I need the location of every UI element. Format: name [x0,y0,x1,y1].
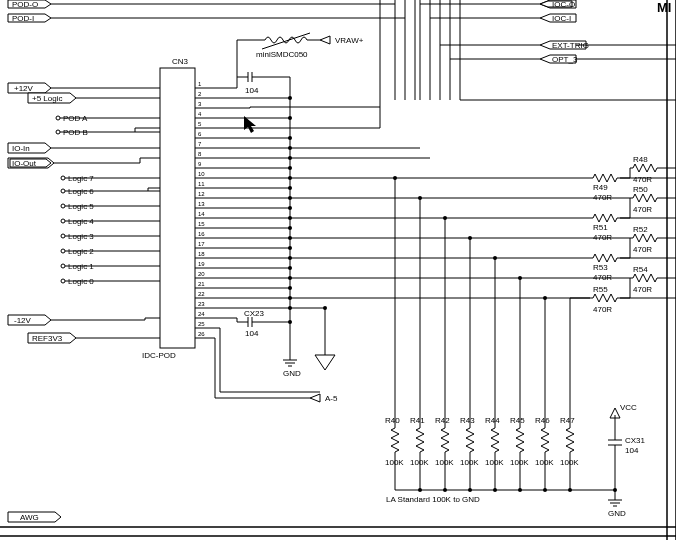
svg-point-209 [288,166,292,170]
svg-point-290 [493,256,497,260]
port-awg: AWG [8,512,61,522]
svg-text:R44: R44 [485,416,500,425]
svg-point-284 [418,196,422,200]
svg-point-145 [61,249,65,253]
svg-text:R41: R41 [410,416,425,425]
svg-text:VRAW+: VRAW+ [335,36,364,45]
svg-rect-57 [160,68,195,348]
svg-text:CX23: CX23 [244,309,265,318]
svg-text:9: 9 [198,161,202,167]
svg-point-133 [61,176,65,180]
res-r49: R49 470R [590,168,630,202]
svg-point-327 [543,488,547,492]
cap-cx23: CX23 104 [237,309,290,338]
svg-text:R48: R48 [633,155,648,164]
res-r54: R54 470R [630,265,676,294]
svg-marker-47 [320,36,330,44]
svg-point-294 [543,296,547,300]
svg-text:R55: R55 [593,285,608,294]
port-pod-o: POD-O [8,0,380,9]
svg-point-215 [288,226,292,230]
res-r55: R55 470R [590,278,630,314]
connector-cn3: CN3 IDC-POD [142,57,195,360]
svg-text:23: 23 [198,301,205,307]
title-fragment: MI [657,0,671,15]
svg-point-216 [288,236,292,240]
svg-text:R53: R53 [593,263,608,272]
svg-point-214 [288,216,292,220]
svg-text:R49: R49 [593,183,608,192]
res-r51: R51 470R [590,198,630,242]
port-io-out: IO-Out [8,158,160,168]
svg-text:470R: 470R [633,285,652,294]
svg-marker-245 [244,116,256,133]
svg-text:470R: 470R [633,175,652,184]
pulldown-drops [393,176,570,425]
svg-point-217 [288,246,292,250]
res-r50: R50 470R [630,185,676,214]
svg-text:25: 25 [198,321,205,327]
svg-point-118 [56,116,60,120]
svg-text:REF3V3: REF3V3 [32,334,63,343]
svg-text:26: 26 [198,331,205,337]
svg-point-222 [288,296,292,300]
svg-text:+5 Logic: +5 Logic [32,94,62,103]
svg-text:19: 19 [198,261,205,267]
svg-text:20: 20 [198,271,205,277]
port-opt-3: OPT_3 [450,55,578,64]
svg-point-213 [288,206,292,210]
svg-text:16: 16 [198,231,205,237]
svg-text:R54: R54 [633,265,648,274]
svg-text:R45: R45 [510,416,525,425]
port-ref3v3: REF3V3 [28,333,160,343]
svg-point-286 [443,216,447,220]
svg-text:R47: R47 [560,416,575,425]
svg-point-212 [288,196,292,200]
svg-text:15: 15 [198,221,205,227]
svg-point-322 [418,488,422,492]
svg-text:5: 5 [198,121,202,127]
svg-point-139 [61,204,65,208]
svg-text:3: 3 [198,101,202,107]
res-r48: R48 470R [630,155,676,184]
res-r53: R53 470R [590,238,630,282]
svg-text:CN3: CN3 [172,57,189,66]
svg-text:1: 1 [198,81,202,87]
svg-point-342 [613,488,617,492]
svg-text:IOC-I: IOC-I [552,14,571,23]
svg-text:7: 7 [198,141,202,147]
svg-point-325 [493,488,497,492]
svg-point-220 [288,276,292,280]
svg-point-207 [288,146,292,150]
pin-rows: 1 2 3 4 5 6 7 8 9 10 11 12 13 14 15 16 1… [195,81,205,338]
svg-point-204 [288,96,292,100]
port-a5: A-5 [290,394,338,403]
svg-marker-237 [315,355,335,370]
svg-point-141 [61,219,65,223]
pulldown-note: LA Standard 100K to GND [386,495,480,504]
svg-text:18: 18 [198,251,205,257]
svg-point-135 [61,189,65,193]
svg-text:IOC-O: IOC-O [552,0,575,9]
svg-point-218 [288,256,292,260]
svg-text:R43: R43 [460,416,475,425]
gnd-symbol-right: GND [608,500,626,518]
svg-text:OPT_3: OPT_3 [552,55,578,64]
svg-text:4: 4 [198,111,202,117]
svg-text:17: 17 [198,241,205,247]
svg-point-328 [568,488,572,492]
svg-text:12: 12 [198,191,205,197]
port-plus5logic: +5 Logic [28,93,160,103]
ptc-fuse: miniSMDC050 [255,33,320,59]
svg-text:14: 14 [198,211,205,217]
svg-text:-12V: -12V [14,316,32,325]
svg-text:8: 8 [198,151,202,157]
svg-text:POD-O: POD-O [12,0,38,9]
svg-text:R46: R46 [535,416,550,425]
port-minus12v: -12V [8,315,160,325]
svg-text:VCC: VCC [620,403,637,412]
port-pod-i: POD-I [8,14,380,23]
svg-point-324 [468,488,472,492]
svg-text:R52: R52 [633,225,648,234]
cursor-icon [244,116,256,133]
